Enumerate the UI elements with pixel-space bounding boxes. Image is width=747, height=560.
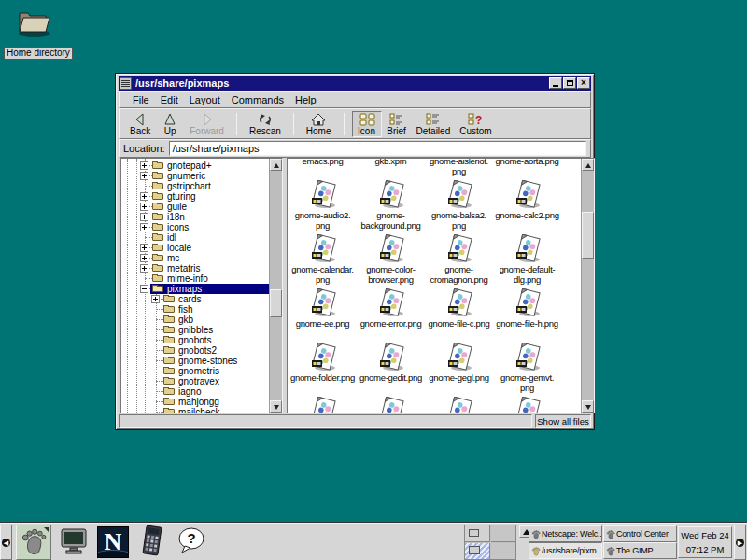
tree-item[interactable]: cards [121, 294, 269, 304]
file-item[interactable]: gnome-file-c.png [425, 288, 493, 329]
toolbar-home-button[interactable]: Home [302, 111, 336, 137]
desktop-icon-home[interactable]: Home directory [4, 4, 62, 60]
tree-item[interactable]: mime-info [121, 273, 269, 284]
files-scrollbar-thumb[interactable] [582, 212, 594, 259]
task-button[interactable]: Control Center [603, 525, 677, 542]
file-item[interactable]: gnome-aisleriot.png [425, 159, 493, 176]
tree-item[interactable]: gkb [121, 315, 269, 325]
tree-item[interactable]: gnotepad+ [121, 161, 269, 171]
file-item[interactable]: gnome-balsa2.png [425, 180, 493, 231]
tree-item[interactable]: mc [121, 253, 269, 263]
tree-item[interactable]: locale [121, 243, 269, 253]
task-button[interactable]: Netscape: Welc... [529, 525, 602, 542]
file-item[interactable]: gnome-gedit.png [357, 343, 425, 383]
file-item[interactable]: gnome-ee.png [289, 288, 357, 329]
task-button[interactable]: /usr/share/pixm... [529, 542, 602, 559]
netscape-launcher[interactable]: N [95, 525, 131, 560]
tree-item[interactable]: icons [121, 222, 269, 232]
tree-item[interactable]: mailcheck [121, 407, 269, 413]
menu-edit[interactable]: Edit [155, 93, 184, 106]
help-launcher[interactable]: ? [174, 525, 209, 560]
expand-icon[interactable] [140, 264, 148, 273]
file-item[interactable] [425, 397, 493, 413]
expand-icon[interactable] [140, 213, 148, 221]
file-item[interactable]: gnome-gemvt.png [493, 343, 561, 393]
tree-scrollbar[interactable] [269, 159, 282, 413]
expand-icon[interactable] [151, 295, 160, 303]
expand-icon[interactable] [140, 244, 148, 252]
toolbar-rescan-button[interactable]: Rescan [245, 111, 286, 137]
tree-item[interactable]: guile [121, 202, 269, 212]
tree-item[interactable]: gnometris [121, 366, 269, 376]
file-item[interactable]: gnome-aorta.png [493, 159, 561, 166]
expand-icon[interactable] [140, 172, 148, 180]
window-titlebar[interactable]: /usr/share/pixmaps × [119, 76, 591, 91]
tree-item[interactable]: mahjongg [121, 397, 269, 407]
expand-icon[interactable] [140, 223, 148, 231]
tree-item[interactable]: metatris [121, 263, 269, 273]
files-scrollbar[interactable] [581, 159, 594, 413]
file-item[interactable]: gnome-cromagnon.png [425, 234, 493, 285]
file-item[interactable]: gnome-background.png [357, 180, 425, 231]
toolbar-back-button[interactable]: Back [125, 111, 155, 137]
tree-item[interactable]: fish [121, 304, 269, 315]
window-minimize-button[interactable] [549, 77, 562, 89]
scroll-up-icon[interactable] [582, 159, 594, 171]
tree-item[interactable]: pixmaps [121, 284, 269, 294]
file-item[interactable]: gnome-calc2.png [493, 180, 561, 220]
file-item[interactable]: gnome-calendar.png [289, 234, 357, 285]
toolbar-up-button[interactable]: Up [155, 111, 185, 137]
tree-scrollbar-thumb[interactable] [270, 289, 282, 317]
window-close-button[interactable]: × [577, 77, 590, 89]
file-item[interactable] [357, 397, 425, 413]
scroll-down-icon[interactable] [270, 400, 282, 413]
toolbar-forward-button[interactable]: Forward [185, 111, 229, 137]
tree-item[interactable]: i18n [121, 212, 269, 222]
phone-launcher[interactable] [134, 525, 170, 560]
toolbar-brief-button[interactable]: Brief [382, 111, 412, 137]
collapse-icon[interactable] [140, 285, 148, 293]
window-menu-icon[interactable] [120, 77, 132, 90]
menu-layout[interactable]: Layout [184, 93, 226, 106]
desk-guide-pager[interactable] [464, 525, 516, 560]
tree-item[interactable]: gnibbles [121, 325, 269, 335]
tree-item[interactable]: gnome-stones [121, 356, 269, 366]
file-item[interactable] [289, 397, 357, 413]
toolbar-custom-button[interactable]: ?Custom [455, 111, 496, 137]
expand-icon[interactable] [140, 203, 148, 211]
toolbar-detailed-button[interactable]: Detailed [412, 111, 456, 137]
file-item[interactable]: gnome-error.png [357, 288, 425, 329]
file-item[interactable]: gnome-file-h.png [493, 288, 561, 329]
file-item[interactable]: gnome-folder.png [289, 343, 357, 383]
toolbar-icon-button[interactable]: Icon [352, 111, 382, 137]
tree-item[interactable]: gnobots2 [121, 345, 269, 356]
terminal-launcher[interactable] [56, 525, 92, 560]
window-maximize-button[interactable] [563, 77, 576, 89]
tree-item[interactable]: gnumeric [121, 171, 269, 181]
menu-file[interactable]: File [127, 93, 155, 106]
expand-icon[interactable] [140, 254, 148, 262]
file-item[interactable]: gnome-audio2.png [289, 180, 357, 231]
panel-hide-right-button[interactable]: ▶ [734, 525, 746, 560]
task-button[interactable]: The GIMP [603, 542, 677, 559]
tree-item[interactable]: iagno [121, 386, 269, 397]
expand-icon[interactable] [140, 161, 148, 170]
file-item[interactable]: gnome-color-browser.png [357, 234, 425, 285]
tree-item[interactable]: gnobots [121, 335, 269, 345]
panel-hide-left-button[interactable]: ◀ [0, 525, 12, 560]
location-input[interactable]: /usr/share/pixmaps [169, 141, 586, 156]
scroll-up-icon[interactable] [270, 159, 282, 171]
file-item[interactable]: gnome-default-dlg.png [493, 234, 561, 285]
tree-item[interactable]: gstripchart [121, 181, 269, 191]
menu-commands[interactable]: Commands [226, 93, 289, 106]
scroll-down-icon[interactable] [582, 400, 594, 413]
file-item[interactable]: gnome-gegl.png [425, 343, 493, 383]
tree-item[interactable]: idl [121, 232, 269, 243]
main-menu-launcher[interactable] [16, 525, 51, 560]
file-item[interactable]: emacs.png [289, 159, 357, 166]
tree-item[interactable]: gnotravex [121, 376, 269, 386]
menu-help[interactable]: Help [289, 93, 322, 106]
file-item[interactable] [493, 397, 561, 413]
file-item[interactable]: gkb.xpm [357, 159, 425, 166]
expand-icon[interactable] [140, 192, 148, 201]
